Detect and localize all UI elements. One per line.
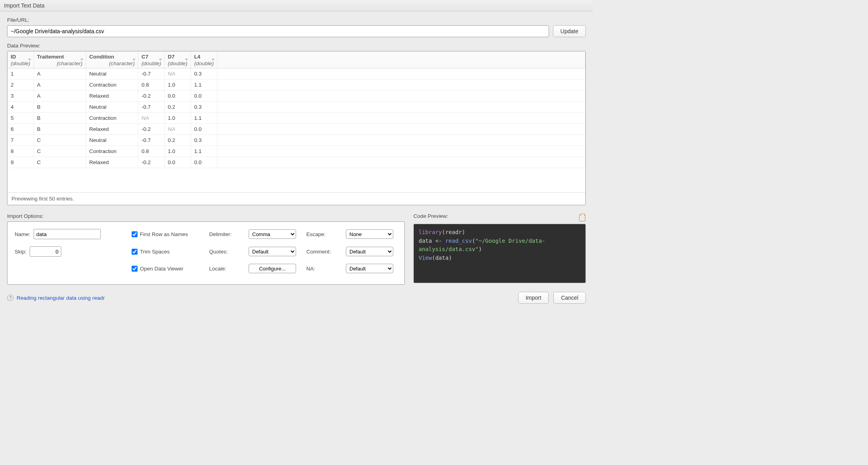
table-cell: Contraction — [86, 113, 138, 124]
column-name: Condition — [89, 54, 114, 60]
table-cell: -0.7 — [138, 68, 165, 79]
locale-configure-button[interactable]: Configure... — [249, 264, 296, 273]
table-cell: Contraction — [86, 146, 138, 157]
open-viewer-checkbox[interactable]: Open Data Viewer — [132, 266, 207, 272]
comment-select[interactable]: Default — [346, 247, 393, 256]
dialog-body: File/URL: Update Data Preview: ID(double… — [0, 11, 593, 309]
trim-spaces-label: Trim Spaces — [140, 249, 170, 255]
table-cell: 0.3 — [191, 135, 217, 146]
column-header[interactable]: C7(double) — [138, 51, 165, 68]
chevron-down-icon[interactable] — [80, 59, 83, 61]
code-token: View — [419, 255, 432, 261]
table-row: 9CRelaxed-0.20.00.0 — [8, 157, 585, 168]
bottom-row: ? Reading rectangular data using readr I… — [7, 292, 586, 304]
skip-label: Skip: — [15, 249, 26, 255]
table-cell: 5 — [8, 113, 34, 124]
chevron-down-icon[interactable] — [185, 59, 188, 61]
cancel-button[interactable]: Cancel — [553, 292, 586, 304]
import-button[interactable]: Import — [518, 292, 549, 304]
table-cell: A — [34, 79, 86, 91]
trim-spaces-checkbox-box[interactable] — [132, 249, 138, 255]
chevron-down-icon[interactable] — [132, 59, 136, 61]
open-viewer-label: Open Data Viewer — [140, 266, 183, 272]
cell-filler — [217, 91, 585, 102]
delimiter-select[interactable]: Comma — [249, 229, 296, 239]
table-cell: C — [34, 157, 86, 168]
clipboard-icon[interactable] — [579, 214, 586, 221]
code-token: readr — [445, 229, 462, 235]
table-cell: 1 — [8, 68, 34, 79]
column-header[interactable]: ID(double) — [8, 51, 34, 68]
column-name: ID — [11, 54, 16, 60]
table-cell: Neutral — [86, 68, 138, 79]
chevron-down-icon[interactable] — [159, 59, 162, 61]
table-cell: 0.2 — [164, 135, 191, 146]
help-icon[interactable]: ? — [7, 295, 13, 301]
fileurl-input[interactable] — [7, 25, 549, 37]
cell-filler — [217, 102, 585, 113]
preview-scroll[interactable]: ID(double)Traitement(character)Condition… — [8, 51, 585, 192]
column-type: (character) — [89, 60, 135, 66]
table-cell: 8 — [8, 146, 34, 157]
chevron-down-icon[interactable] — [28, 59, 31, 61]
column-header[interactable]: Condition(character) — [86, 51, 138, 68]
table-cell: -0.2 — [138, 124, 165, 135]
skip-input[interactable] — [30, 246, 61, 257]
name-input[interactable] — [34, 229, 101, 239]
table-cell: Contraction — [86, 79, 138, 91]
table-cell: 0.0 — [164, 91, 191, 102]
table-row: 4BNeutral-0.70.20.3 — [8, 102, 585, 113]
update-button[interactable]: Update — [553, 25, 586, 37]
code-token: ) — [479, 246, 482, 252]
table-cell: 1.0 — [164, 113, 191, 124]
code-box[interactable]: library(readr) data <- read_csv("~/Googl… — [413, 224, 586, 283]
escape-select[interactable]: None — [346, 229, 393, 239]
table-cell: 0.0 — [191, 124, 217, 135]
table-cell: Neutral — [86, 135, 138, 146]
code-preview: Code Preview: library(readr) data <- rea… — [413, 213, 586, 283]
preview-footer: Previewing first 50 entries. — [8, 192, 585, 205]
table-cell: 0.0 — [191, 91, 217, 102]
table-cell: Relaxed — [86, 124, 138, 135]
table-row: 1ANeutral-0.7NA0.3 — [8, 68, 585, 79]
table-cell: Neutral — [86, 102, 138, 113]
table-cell: 0.8 — [138, 79, 165, 91]
code-preview-label: Code Preview: — [413, 213, 448, 219]
table-cell: A — [34, 91, 86, 102]
quotes-select[interactable]: Default — [249, 247, 296, 256]
first-row-checkbox-box[interactable] — [132, 231, 138, 237]
table-cell: NA — [164, 68, 191, 79]
column-type: (double) — [168, 60, 188, 66]
chevron-down-icon[interactable] — [211, 59, 215, 61]
table-cell: A — [34, 68, 86, 79]
column-name: C7 — [142, 54, 148, 60]
first-row-checkbox[interactable]: First Row as Names — [132, 231, 207, 237]
code-token: read_csv — [442, 238, 472, 244]
table-cell: 1.1 — [191, 79, 217, 91]
table-cell: -0.7 — [138, 102, 165, 113]
open-viewer-checkbox-box[interactable] — [132, 266, 138, 272]
table-cell: -0.7 — [138, 135, 165, 146]
table-cell: 0.8 — [138, 146, 165, 157]
column-header[interactable]: L4(double) — [191, 51, 217, 68]
fileurl-row: Update — [7, 25, 586, 37]
locale-label: Locale: — [209, 266, 245, 272]
table-cell: NA — [164, 124, 191, 135]
header-filler — [217, 51, 585, 68]
table-cell: 1.0 — [164, 146, 191, 157]
code-token: ) — [462, 229, 465, 235]
column-header[interactable]: D7(double) — [164, 51, 191, 68]
column-type: (double) — [142, 60, 161, 66]
table-cell: C — [34, 146, 86, 157]
column-type: (double) — [194, 60, 214, 66]
table-cell: 0.0 — [191, 157, 217, 168]
table-row: 3ARelaxed-0.20.00.0 — [8, 91, 585, 102]
column-header[interactable]: Traitement(character) — [34, 51, 86, 68]
code-token: data — [419, 238, 435, 244]
na-label: NA: — [306, 266, 342, 272]
help-link[interactable]: Reading rectangular data using readr — [17, 295, 105, 301]
na-select[interactable]: Default — [346, 264, 393, 273]
trim-spaces-checkbox[interactable]: Trim Spaces — [132, 249, 207, 255]
escape-label: Escape: — [306, 231, 342, 237]
table-cell: 0.0 — [164, 157, 191, 168]
